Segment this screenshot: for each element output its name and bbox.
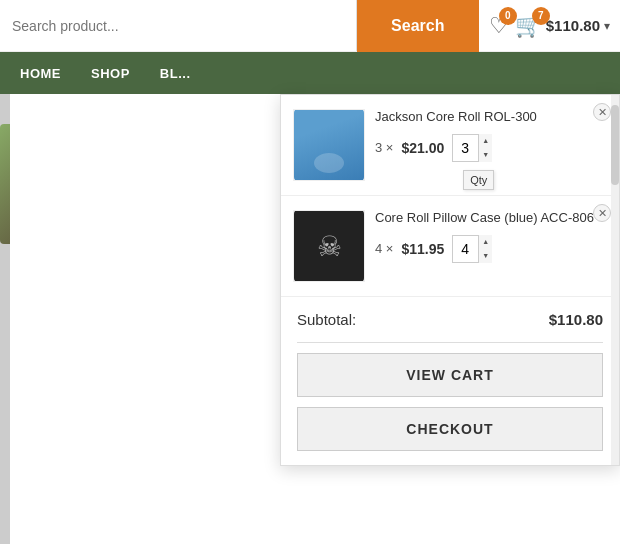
product-thumbnail-black [294, 210, 364, 282]
left-content-partial [0, 94, 10, 544]
cart-item-qty-label: 3 × [375, 140, 393, 155]
cart-item-price: $21.00 [401, 140, 444, 156]
cart-icon-badge-wrap: 🛒 7 [515, 13, 542, 39]
navigation: HOME SHOP BL... [0, 52, 620, 94]
chevron-down-icon: ▾ [604, 19, 610, 33]
cart-item-image [293, 109, 365, 181]
cart-total: $110.80 [546, 17, 600, 34]
cart-item-qty-label: 4 × [375, 241, 393, 256]
background-product-image [0, 124, 10, 244]
cart-item-image [293, 210, 365, 282]
cart-icon-wrap[interactable]: 🛒 7 $110.80 ▾ [515, 13, 610, 39]
search-input-wrap[interactable] [0, 0, 357, 51]
page-area: Jackson Core Roll ROL-300 3 × $21.00 ▲ ▼… [0, 94, 620, 544]
search-button[interactable]: Search [357, 0, 479, 52]
cart-item-name: Core Roll Pillow Case (blue) ACC-806 [375, 210, 607, 227]
qty-down-button[interactable]: ▼ [479, 148, 492, 162]
subtotal-amount: $110.80 [549, 311, 603, 328]
scrollbar-track[interactable] [611, 95, 619, 465]
qty-tooltip: Qty [463, 170, 494, 190]
cart-item-details: Jackson Core Roll ROL-300 3 × $21.00 ▲ ▼… [375, 109, 607, 162]
remove-item-2-button[interactable]: ✕ [593, 204, 611, 222]
qty-up-button-2[interactable]: ▲ [479, 235, 492, 249]
cart-actions: VIEW CART CHECKOUT [281, 343, 619, 465]
cart-item: Jackson Core Roll ROL-300 3 × $21.00 ▲ ▼… [281, 95, 619, 196]
qty-spinners-2: ▲ ▼ [478, 235, 492, 263]
nav-item-shop[interactable]: SHOP [91, 66, 130, 81]
qty-up-button[interactable]: ▲ [479, 134, 492, 148]
qty-input-wrap-2[interactable]: ▲ ▼ [452, 235, 492, 263]
subtotal-label: Subtotal: [297, 311, 356, 328]
cart-badge: 7 [532, 7, 550, 25]
cart-subtotal: Subtotal: $110.80 [281, 297, 619, 342]
cart-item-price-row: 3 × $21.00 ▲ ▼ Qty [375, 134, 607, 162]
wishlist-icon-wrap[interactable]: ♡ 0 [489, 13, 509, 39]
qty-spinners: ▲ ▼ [478, 134, 492, 162]
qty-input-wrap[interactable]: ▲ ▼ Qty [452, 134, 492, 162]
cart-item: Core Roll Pillow Case (blue) ACC-806 4 ×… [281, 196, 619, 297]
qty-down-button-2[interactable]: ▼ [479, 249, 492, 263]
cart-item-price-row: 4 × $11.95 ▲ ▼ [375, 235, 607, 263]
cart-item-name: Jackson Core Roll ROL-300 [375, 109, 607, 126]
cart-dropdown: Jackson Core Roll ROL-300 3 × $21.00 ▲ ▼… [280, 94, 620, 466]
remove-item-button[interactable]: ✕ [593, 103, 611, 121]
cart-button[interactable]: 🛒 7 $110.80 ▾ [515, 13, 610, 39]
nav-item-blog[interactable]: BL... [160, 66, 191, 81]
header-icons: ♡ 0 🛒 7 $110.80 ▾ [479, 13, 620, 39]
checkout-button[interactable]: CHECKOUT [297, 407, 603, 451]
product-thumbnail-hoodie [294, 109, 364, 181]
scrollbar-thumb[interactable] [611, 105, 619, 185]
header: Search ♡ 0 🛒 7 $110.80 ▾ [0, 0, 620, 52]
nav-item-home[interactable]: HOME [20, 66, 61, 81]
cart-item-details: Core Roll Pillow Case (blue) ACC-806 4 ×… [375, 210, 607, 263]
cart-item-price: $11.95 [401, 241, 444, 257]
view-cart-button[interactable]: VIEW CART [297, 353, 603, 397]
search-input[interactable] [0, 0, 356, 51]
